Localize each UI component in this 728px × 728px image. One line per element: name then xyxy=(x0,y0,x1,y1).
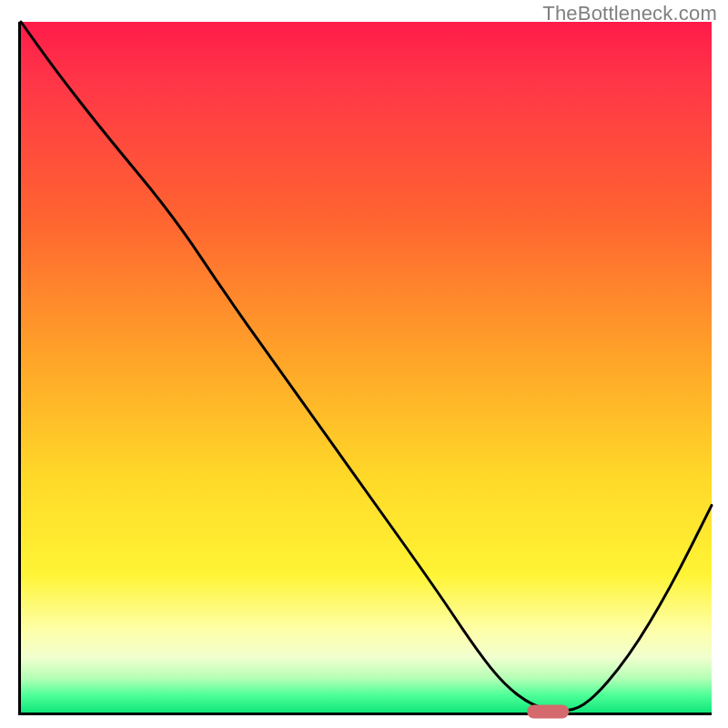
chart-container: TheBottleneck.com xyxy=(0,0,728,728)
optimal-point-marker xyxy=(527,705,569,719)
plot-area xyxy=(18,22,712,715)
bottleneck-curve xyxy=(21,22,712,713)
